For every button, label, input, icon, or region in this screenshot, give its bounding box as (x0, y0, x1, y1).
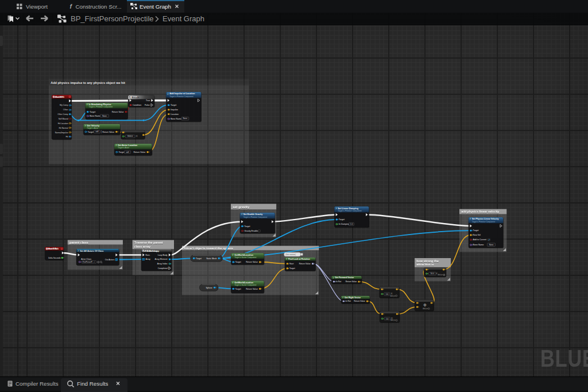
svg-text:Target: Target (171, 104, 176, 106)
svg-text:Target is Primitive Component: Target is Primitive Component (243, 216, 267, 218)
svg-text:Return Value: Return Value (354, 300, 365, 302)
svg-text:Out Actors: Out Actors (105, 259, 115, 261)
svg-text:attraction is: attraction is (416, 263, 434, 266)
svg-text:Target is Scene Component: Target is Scene Component (234, 256, 256, 259)
svg-text:Gravity Enabled: Gravity Enabled (244, 230, 259, 232)
svg-text:False: False (145, 104, 150, 106)
svg-text:Location: Location (171, 113, 179, 116)
svg-text:×: × (136, 134, 138, 138)
svg-text:True: True (146, 99, 150, 102)
svg-text:Impulse: Impulse (171, 109, 178, 111)
svg-text:In Rot: In Rot (336, 280, 341, 283)
svg-text:Condition: Condition (133, 104, 141, 106)
svg-text:Compiler Results: Compiler Results (16, 381, 59, 387)
svg-text:Get All Actors Of Class: Get All Actors Of Class (80, 250, 104, 252)
svg-text:Actor Class: Actor Class (81, 258, 91, 260)
svg-text:Target: Target (289, 267, 295, 270)
svg-text:Hit Location: Hit Location (58, 122, 68, 125)
svg-text:Set Linear Damping: Set Linear Damping (338, 207, 358, 210)
svg-text:Set Physics Linear Velocity: Set Physics Linear Velocity (472, 218, 499, 220)
svg-text:Construction Scr...: Construction Scr... (76, 3, 122, 10)
svg-text:Return Value: Return Value (246, 261, 258, 263)
svg-text:Return Value: Return Value (102, 131, 114, 133)
svg-text:BP_FirstPersonProjectile: BP_FirstPersonProjectile (71, 14, 154, 23)
svg-text:Event Tick: Event Tick (48, 248, 59, 250)
svg-text:Target: Target (473, 229, 479, 232)
svg-text:Viewport: Viewport (26, 3, 48, 10)
svg-text:Exec: Exec (146, 254, 150, 256)
svg-text:Other Comp: Other Comp (57, 113, 68, 116)
svg-text:Find Results: Find Results (77, 381, 109, 387)
svg-text:Completed: Completed (158, 267, 168, 270)
svg-text:parent class: parent class (69, 241, 88, 244)
svg-text:1.0: 1.0 (350, 223, 353, 225)
svg-text:Event Graph: Event Graph (163, 14, 204, 23)
svg-text:3000.0: 3000.0 (127, 135, 133, 137)
svg-text:Sphere: Sphere (206, 287, 212, 289)
svg-text:Target: Target (196, 258, 202, 260)
svg-text:New Vel: New Vel (473, 234, 481, 236)
svg-text:Add pin: Add pin (390, 319, 396, 321)
svg-text:1.0: 1.0 (386, 293, 389, 295)
svg-text:None: None (102, 115, 107, 117)
svg-text:Return Value: Return Value (346, 280, 357, 283)
svg-text:Event Hit: Event Hit (55, 96, 64, 98)
svg-text:Target is Primitive Component: Target is Primitive Component (89, 106, 113, 108)
svg-text:Target is Actor: Target is Actor (118, 147, 130, 149)
svg-text:Self Moved: Self Moved (59, 118, 68, 120)
svg-text:My Comp: My Comp (60, 104, 68, 106)
svg-text:Set Enable Gravity: Set Enable Gravity (243, 213, 263, 216)
svg-text:Delta Seconds: Delta Seconds (48, 257, 61, 259)
svg-text:In Rot: In Rot (346, 300, 351, 302)
svg-text:Array: Array (146, 258, 151, 260)
svg-text:Add pin: Add pin (438, 274, 443, 276)
svg-text:Hit: Hit (65, 136, 68, 138)
svg-text:Array Element: Array Element (154, 258, 167, 260)
svg-text:None: None (183, 117, 188, 120)
svg-text:Attract objects toward the sph: Attract objects toward the sphere (184, 247, 233, 250)
svg-text:1.0: 1.0 (386, 318, 389, 320)
svg-text:Loop Body: Loop Body (158, 254, 168, 256)
svg-text:f: f (70, 3, 73, 10)
svg-text:add physics linear velocity: add physics linear velocity (461, 210, 499, 213)
svg-text:Return Value: Return Value (133, 151, 145, 153)
svg-text:Target is Primitive Component: Target is Primitive Component (169, 95, 193, 98)
svg-text:Start: Start (289, 263, 293, 265)
svg-text:Add pin: Add pin (423, 308, 428, 310)
svg-text:Target is Scene Component: Target is Scene Component (234, 284, 256, 286)
svg-text:self: self (126, 151, 129, 153)
svg-text:Target: Target (339, 218, 345, 221)
svg-text:None: None (489, 244, 494, 246)
svg-text:how strong the: how strong the (416, 259, 439, 263)
svg-text:Add Impulse at Location: Add Impulse at Location (169, 93, 195, 95)
svg-text:Get Forward Vector: Get Forward Vector (335, 276, 354, 279)
svg-text:Return Value: Return Value (246, 288, 258, 290)
svg-text:Target is Actor: Target is Actor (87, 127, 99, 129)
svg-text:Static Mesh: Static Mesh (206, 258, 216, 260)
svg-text:Bone Name: Bone Name (171, 118, 181, 120)
svg-text:Target is Primitive Component: Target is Primitive Component (338, 210, 361, 212)
svg-text:Traverse the parent: Traverse the parent (134, 241, 163, 244)
svg-text:Hit Normal: Hit Normal (59, 127, 68, 129)
svg-text:Target: Target (119, 151, 125, 153)
svg-text:NormalImpulse: NormalImpulse (55, 132, 68, 134)
svg-text:Add physics impulse to any phy: Add physics impulse to any physics objec… (51, 81, 125, 84)
svg-text:Target is Primitive Component: Target is Primitive Component (472, 221, 495, 223)
svg-text:FirstPersonP...: FirstPersonP... (83, 261, 94, 263)
svg-text:Return Value: Return Value (299, 263, 311, 265)
svg-text:Target: Target (88, 131, 94, 133)
svg-text:Target: Target (90, 111, 95, 113)
svg-text:class array: class array (134, 245, 150, 248)
svg-text:(Get rotation): (Get rotation) (285, 253, 296, 256)
svg-text:Return Value: Return Value (112, 111, 124, 113)
svg-text:In Damping: In Damping (339, 223, 349, 225)
svg-text:Other: Other (63, 109, 68, 111)
svg-text:Bone Name: Bone Name (473, 244, 484, 246)
svg-text:✙: ✙ (423, 303, 427, 307)
svg-text:For Each Loop: For Each Loop (145, 250, 160, 252)
svg-text:Array Index: Array Index (157, 263, 168, 265)
svg-text:50.0: 50.0 (431, 272, 434, 275)
svg-text:Target: Target (244, 225, 250, 228)
svg-text:Find Look at Rotation: Find Look at Rotation (288, 258, 311, 260)
svg-text:Target: Target (235, 288, 241, 290)
